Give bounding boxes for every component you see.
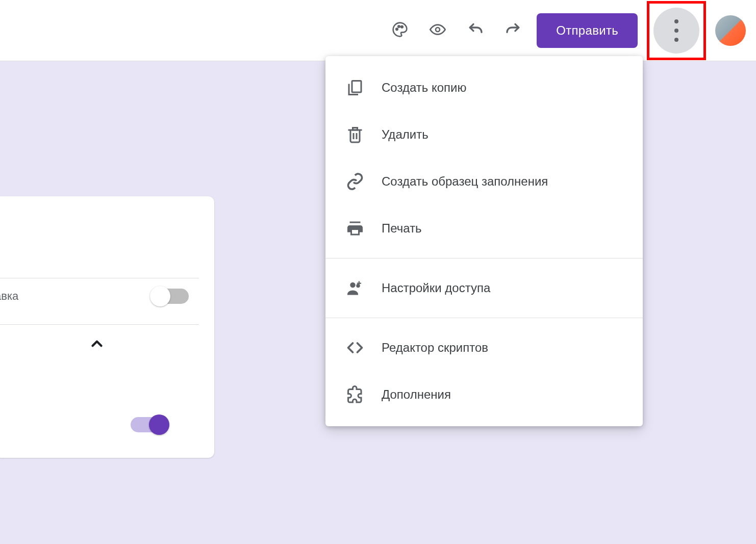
palette-icon — [392, 21, 408, 40]
menu-item-label: Печать — [382, 221, 422, 236]
trash-icon — [341, 125, 369, 144]
eye-icon — [430, 21, 446, 40]
menu-item-make-copy[interactable]: Создать копию — [325, 64, 643, 111]
redo-icon — [505, 21, 521, 40]
more-options-menu: Создать копию Удалить Создать образец за… — [325, 56, 643, 426]
toggle-switch-2[interactable] — [131, 417, 168, 432]
menu-divider — [325, 258, 643, 258]
more-options-button[interactable] — [653, 8, 699, 54]
toggle-label-fragment: авка — [0, 290, 18, 303]
svg-point-7 — [350, 282, 356, 288]
user-avatar[interactable] — [715, 15, 746, 46]
menu-item-collaborators[interactable]: Настройки доступа — [325, 265, 643, 312]
print-icon — [341, 219, 369, 238]
undo-button[interactable] — [461, 16, 490, 45]
redo-button[interactable] — [499, 16, 527, 45]
menu-item-label: Создать копию — [382, 81, 466, 95]
menu-item-label: Дополнения — [382, 387, 451, 402]
toggle-switch-1[interactable] — [151, 289, 189, 304]
switch-knob — [149, 415, 169, 435]
toolbar: Отправить — [0, 0, 756, 61]
menu-item-label: Создать образец заполнения — [382, 174, 548, 189]
undo-icon — [467, 21, 484, 40]
link-icon — [341, 172, 369, 191]
menu-item-addons[interactable]: Дополнения — [325, 371, 643, 418]
menu-item-label: Настройки доступа — [382, 281, 490, 295]
more-button-highlight-frame — [647, 1, 706, 60]
preview-button[interactable] — [423, 16, 452, 45]
copy-icon — [341, 79, 369, 97]
settings-card: авка — [0, 196, 214, 458]
svg-point-1 — [398, 25, 400, 27]
menu-item-label: Удалить — [382, 127, 429, 142]
svg-point-3 — [436, 28, 440, 32]
svg-point-0 — [396, 28, 398, 30]
menu-item-delete[interactable]: Удалить — [325, 111, 643, 158]
menu-item-label: Редактор скриптов — [382, 341, 488, 355]
switch-knob — [150, 286, 170, 306]
menu-item-prefilled-link[interactable]: Создать образец заполнения — [325, 158, 643, 205]
more-vert-icon — [674, 19, 678, 23]
menu-divider — [325, 318, 643, 318]
person-add-icon — [341, 279, 369, 297]
card-section — [0, 212, 199, 278]
customize-theme-button[interactable] — [386, 16, 414, 45]
code-icon — [341, 339, 369, 357]
chevron-up-icon — [88, 334, 106, 356]
collapse-button[interactable] — [0, 325, 199, 366]
send-button[interactable]: Отправить — [537, 13, 638, 48]
svg-point-2 — [401, 25, 403, 27]
svg-rect-4 — [352, 81, 361, 93]
puzzle-icon — [341, 385, 369, 404]
menu-item-script-editor[interactable]: Редактор скриптов — [325, 324, 643, 371]
menu-item-print[interactable]: Печать — [325, 205, 643, 252]
